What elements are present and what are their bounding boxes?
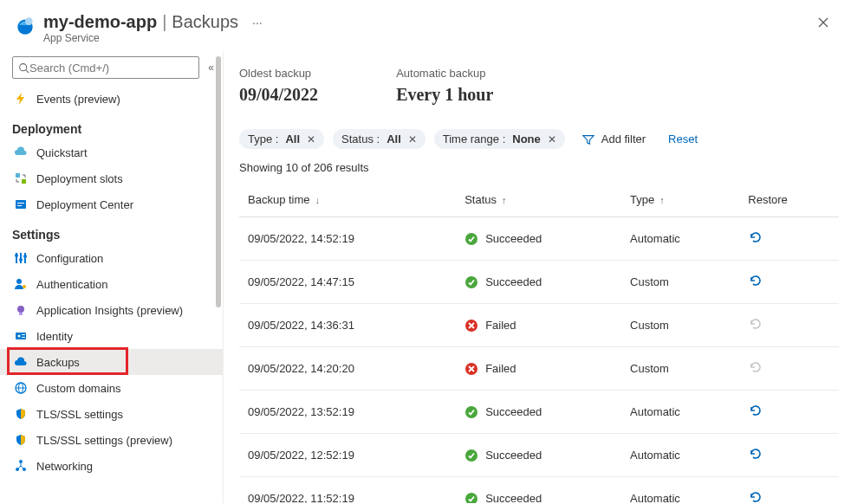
sidebar-item-quickstart[interactable]: Quickstart — [0, 139, 223, 165]
cell-type: Custom — [621, 261, 739, 304]
sidebar-scrollbar-thumb[interactable] — [216, 56, 221, 307]
sidebar-item-tls-ssl-settings-preview-[interactable]: TLS/SSL settings (preview) — [0, 427, 223, 453]
lightning-icon — [14, 92, 28, 106]
cell-status: Succeeded — [456, 391, 621, 434]
sliders-icon — [14, 251, 28, 265]
cell-status: Succeeded — [456, 434, 621, 477]
collapse-sidebar-button[interactable]: « — [208, 61, 214, 74]
filter-time-range[interactable]: Time range : None ✕ — [434, 129, 565, 149]
error-icon — [464, 362, 478, 376]
sidebar-item-label: Backups — [36, 356, 80, 369]
table-row[interactable]: 09/05/2022, 14:20:20FailedCustom — [239, 347, 839, 391]
sidebar-item-label: TLS/SSL settings (preview) — [36, 434, 172, 447]
filter-time-clear-icon[interactable]: ✕ — [548, 133, 556, 145]
sidebar-item-label: Deployment Center — [36, 198, 133, 211]
auto-backup-label: Automatic backup — [396, 67, 493, 80]
sidebar-item-configuration[interactable]: Configuration — [0, 245, 223, 271]
reset-filters-button[interactable]: Reset — [668, 132, 698, 145]
svg-point-13 — [17, 306, 24, 313]
sidebar-item-label: Quickstart — [36, 146, 88, 159]
table-row[interactable]: 09/05/2022, 11:52:19SucceededAutomatic — [239, 477, 839, 504]
table-row[interactable]: 09/05/2022, 13:52:19SucceededAutomatic — [239, 391, 839, 434]
col-backup-time[interactable]: Backup time ↓ — [239, 183, 456, 217]
filter-status-clear-icon[interactable]: ✕ — [408, 133, 417, 145]
sidebar-item-events-preview-[interactable]: Events (preview) — [0, 86, 223, 112]
filter-type-clear-icon[interactable]: ✕ — [307, 133, 315, 145]
restore-button[interactable] — [748, 403, 763, 418]
sidebar-item-identity[interactable]: Identity — [0, 323, 223, 349]
table-row[interactable]: 09/05/2022, 14:36:31FailedCustom — [239, 304, 839, 347]
close-button[interactable] — [813, 12, 834, 33]
col-restore: Restore — [739, 183, 839, 217]
sidebar-item-custom-domains[interactable]: Custom domains — [0, 375, 223, 401]
network-icon — [14, 459, 28, 473]
success-icon — [464, 449, 478, 462]
table-row[interactable]: 09/05/2022, 12:52:19SucceededAutomatic — [239, 434, 839, 477]
sidebar-item-label: Events (preview) — [36, 93, 120, 106]
cell-backup-time: 09/05/2022, 14:36:31 — [239, 304, 456, 347]
auto-backup-value: Every 1 hour — [396, 85, 493, 105]
cell-status: Failed — [456, 304, 621, 347]
more-button[interactable]: ··· — [252, 16, 263, 29]
add-filter-button[interactable]: Add filter — [574, 129, 654, 149]
success-icon — [464, 405, 478, 419]
svg-point-2 — [20, 63, 27, 70]
cell-type: Automatic — [621, 217, 739, 261]
restore-button[interactable] — [748, 273, 763, 288]
svg-rect-5 — [16, 200, 26, 209]
cell-status: Succeeded — [456, 477, 621, 504]
cell-status: Succeeded — [456, 217, 621, 261]
restore-button[interactable] — [748, 229, 763, 245]
svg-point-8 — [15, 254, 18, 257]
sidebar: « Events (preview) Deployment Quickstart… — [0, 51, 224, 503]
sort-asc-icon: ↑ — [499, 195, 507, 205]
cell-backup-time: 09/05/2022, 13:52:19 — [239, 391, 456, 434]
sidebar-item-tls-ssl-settings[interactable]: TLS/SSL settings — [0, 401, 223, 427]
cell-type: Automatic — [621, 434, 739, 477]
sort-desc-icon: ↓ — [313, 195, 321, 205]
search-box[interactable] — [12, 56, 199, 79]
bulb-icon — [14, 303, 28, 317]
filter-type[interactable]: Type : All ✕ — [239, 129, 324, 149]
cell-status: Succeeded — [456, 261, 621, 304]
globe-icon — [14, 381, 28, 395]
section-deployment: Deployment — [0, 112, 223, 139]
sidebar-item-backups[interactable]: Backups — [0, 349, 223, 375]
slots-icon — [14, 171, 28, 185]
sidebar-item-deployment-slots[interactable]: Deployment slots — [0, 165, 223, 191]
restore-button[interactable] — [748, 446, 763, 462]
sidebar-item-label: Deployment slots — [36, 172, 123, 185]
person-key-icon — [14, 277, 28, 291]
svg-rect-4 — [22, 179, 26, 184]
cell-backup-time: 09/05/2022, 11:52:19 — [239, 477, 456, 504]
cell-backup-time: 09/05/2022, 14:47:15 — [239, 261, 456, 304]
sidebar-item-authentication[interactable]: Authentication — [0, 271, 223, 297]
search-input[interactable] — [29, 61, 193, 74]
filter-status[interactable]: Status : All ✕ — [333, 129, 426, 149]
sidebar-item-label: Networking — [36, 460, 93, 473]
main-content: Oldest backup 09/04/2022 Automatic backu… — [224, 51, 851, 503]
section-settings: Settings — [0, 217, 223, 245]
sidebar-item-deployment-center[interactable]: Deployment Center — [0, 191, 223, 217]
shield-icon — [14, 433, 28, 447]
sidebar-scrollbar[interactable] — [216, 56, 221, 498]
error-icon — [464, 319, 478, 333]
sidebar-item-networking[interactable]: Networking — [0, 453, 223, 479]
col-type[interactable]: Type ↑ — [621, 183, 739, 217]
svg-rect-3 — [16, 173, 20, 178]
svg-rect-18 — [22, 337, 25, 338]
sidebar-item-label: Identity — [36, 330, 73, 343]
sidebar-item-label: Application Insights (preview) — [36, 304, 183, 317]
cell-backup-time: 09/05/2022, 14:52:19 — [239, 217, 456, 261]
col-status[interactable]: Status ↑ — [456, 183, 621, 217]
success-icon — [464, 232, 478, 246]
svg-point-11 — [16, 279, 22, 284]
svg-point-30 — [465, 493, 477, 504]
sidebar-item-application-insights-preview-[interactable]: Application Insights (preview) — [0, 297, 223, 323]
svg-point-1 — [25, 17, 33, 25]
cell-type: Custom — [621, 347, 739, 391]
svg-rect-15 — [16, 333, 26, 339]
restore-button[interactable] — [748, 489, 763, 503]
table-row[interactable]: 09/05/2022, 14:52:19SucceededAutomatic — [239, 217, 839, 261]
table-row[interactable]: 09/05/2022, 14:47:15SucceededCustom — [239, 261, 839, 304]
